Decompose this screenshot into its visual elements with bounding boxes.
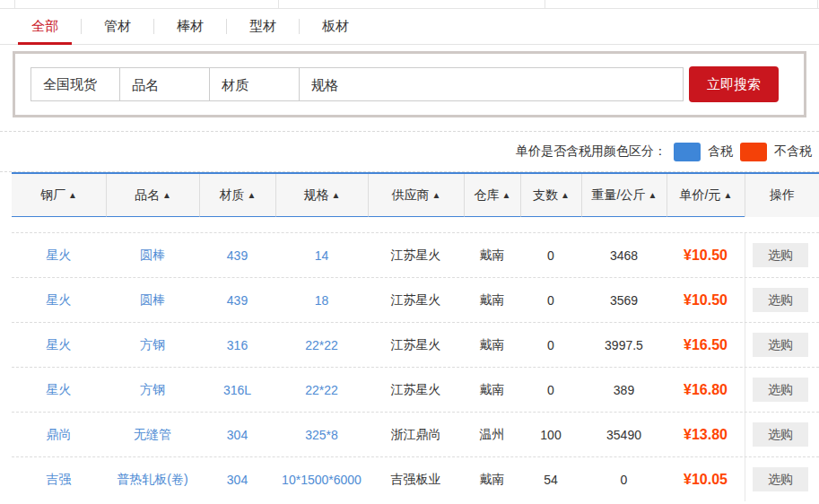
- search-panel: 全国现货 立即搜索: [13, 51, 806, 117]
- table-row: 星火方钢316L22*22江苏星火戴南0389¥16.80选购: [12, 367, 819, 412]
- column-label: 规格: [304, 187, 329, 204]
- cell-spec[interactable]: 22*22: [275, 323, 368, 367]
- column-label: 支数: [533, 187, 558, 204]
- cell-qty: 100: [520, 413, 581, 456]
- column-header-warehouse[interactable]: 仓库▲: [464, 174, 520, 217]
- cell-material[interactable]: 316: [199, 323, 275, 367]
- table-row: 星火圆棒43918江苏星火戴南03569¥10.50选购: [12, 277, 819, 322]
- product-name-input[interactable]: [120, 67, 210, 101]
- tab-separator: [81, 19, 82, 34]
- cell-mill[interactable]: 鼎尚: [12, 413, 106, 456]
- cell-product[interactable]: 方钢: [106, 323, 199, 367]
- legend-swatch-0: [674, 143, 701, 161]
- column-label: 重量/公斤: [592, 187, 646, 204]
- cell-spec[interactable]: 14: [275, 233, 368, 277]
- cell-product[interactable]: 方钢: [106, 368, 199, 412]
- action-cell: 选购: [745, 457, 819, 501]
- tax-color-legend: 单价是否含税用颜色区分： 含税不含税: [0, 131, 819, 172]
- cell-mill[interactable]: 星火: [12, 233, 106, 277]
- search-button[interactable]: 立即搜索: [689, 66, 779, 102]
- column-header-supplier[interactable]: 供应商▲: [368, 174, 464, 217]
- cell-price: ¥13.80: [667, 413, 745, 456]
- action-cell: 选购: [745, 368, 819, 412]
- cell-weight: 0: [581, 457, 667, 501]
- sort-asc-icon: ▲: [432, 190, 441, 200]
- cutoff-panel-border: [817, 0, 818, 9]
- spec-input[interactable]: [300, 67, 684, 101]
- column-header-product[interactable]: 品名▲: [106, 174, 199, 217]
- cell-qty: 0: [520, 233, 581, 277]
- column-label: 钢厂: [40, 187, 65, 204]
- cell-mill[interactable]: 星火: [12, 278, 106, 322]
- column-label: 供应商: [392, 187, 430, 204]
- tab-2[interactable]: 棒材: [163, 9, 217, 44]
- location-filter-select[interactable]: 全国现货: [30, 67, 120, 101]
- cell-weight: 389: [581, 368, 667, 412]
- action-cell: 选购: [745, 278, 819, 322]
- cell-warehouse: 戴南: [464, 368, 520, 412]
- column-header-spec[interactable]: 规格▲: [275, 174, 368, 217]
- tab-0[interactable]: 全部: [18, 9, 72, 44]
- cell-price: ¥10.50: [667, 278, 745, 322]
- column-header-qty[interactable]: 支数▲: [520, 174, 581, 217]
- cell-material[interactable]: 316L: [199, 368, 275, 412]
- cell-spec[interactable]: 325*8: [275, 413, 368, 456]
- cell-product[interactable]: 圆棒: [106, 233, 199, 277]
- buy-button[interactable]: 选购: [753, 333, 808, 357]
- tab-3[interactable]: 型材: [236, 9, 290, 44]
- cell-mill[interactable]: 星火: [12, 368, 106, 412]
- column-header-material[interactable]: 材质▲: [199, 174, 275, 217]
- cell-material[interactable]: 304: [199, 457, 275, 501]
- cell-warehouse: 戴南: [464, 278, 520, 322]
- sort-asc-icon: ▲: [248, 190, 257, 200]
- cell-weight: 3997.5: [581, 323, 667, 367]
- cell-supplier: 江苏星火: [368, 323, 464, 367]
- cell-mill[interactable]: 吉强: [12, 457, 106, 501]
- cutoff-panel-divider: [545, 0, 545, 9]
- buy-button[interactable]: 选购: [753, 243, 808, 267]
- tab-4[interactable]: 板材: [309, 9, 362, 44]
- cell-spec[interactable]: 10*1500*6000: [275, 457, 368, 501]
- column-header-price[interactable]: 单价/元▲: [667, 174, 745, 217]
- buy-button[interactable]: 选购: [753, 288, 808, 312]
- cell-product[interactable]: 普热轧板(卷): [106, 457, 199, 501]
- cell-product[interactable]: 无缝管: [106, 413, 199, 456]
- material-input[interactable]: [210, 67, 300, 101]
- cell-price: ¥10.05: [667, 457, 745, 501]
- cell-weight: 35490: [581, 413, 667, 456]
- legend-item-label: 含税: [708, 143, 733, 160]
- cell-material[interactable]: 439: [199, 278, 275, 322]
- cell-material[interactable]: 304: [199, 413, 275, 456]
- sort-asc-icon: ▲: [648, 190, 657, 200]
- cell-supplier: 江苏星火: [368, 233, 464, 277]
- column-header-mill[interactable]: 钢厂▲: [12, 174, 106, 217]
- cell-product[interactable]: 圆棒: [106, 278, 199, 322]
- cell-price: ¥16.80: [667, 368, 745, 412]
- cell-warehouse: 戴南: [464, 457, 520, 501]
- cell-supplier: 江苏星火: [368, 368, 464, 412]
- sort-asc-icon: ▲: [162, 190, 171, 200]
- column-label: 仓库: [475, 187, 500, 204]
- cell-spec[interactable]: 18: [275, 278, 368, 322]
- cell-supplier: 吉强板业: [368, 457, 464, 501]
- cell-qty: 54: [520, 457, 581, 501]
- sort-asc-icon: ▲: [68, 190, 77, 200]
- cell-mill[interactable]: 星火: [12, 323, 106, 367]
- sort-asc-icon: ▲: [561, 190, 570, 200]
- tab-1[interactable]: 管材: [91, 9, 144, 44]
- buy-button[interactable]: 选购: [753, 467, 808, 491]
- cell-weight: 3569: [581, 278, 667, 322]
- cutoff-panel-border: [14, 0, 15, 9]
- cell-supplier: 浙江鼎尚: [368, 413, 464, 456]
- buy-button[interactable]: 选购: [753, 422, 808, 447]
- sort-asc-icon: ▲: [332, 190, 341, 200]
- buy-button[interactable]: 选购: [753, 378, 808, 402]
- cutoff-panel: [0, 0, 819, 9]
- cell-spec[interactable]: 22*22: [275, 368, 368, 412]
- column-header-action: 操作: [745, 174, 819, 217]
- table-row: 星火方钢31622*22江苏星火戴南03997.5¥16.50选购: [12, 322, 819, 367]
- column-header-weight[interactable]: 重量/公斤▲: [581, 174, 667, 217]
- cell-material[interactable]: 439: [199, 233, 275, 277]
- cell-weight: 3468: [581, 233, 667, 277]
- cell-warehouse: 温州: [464, 413, 520, 456]
